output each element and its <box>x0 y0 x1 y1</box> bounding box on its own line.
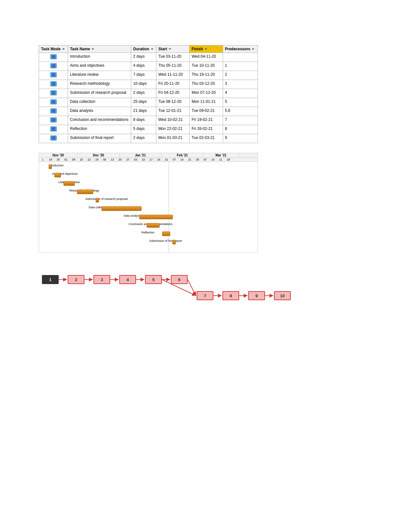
start-cell: Mon 01-03-21 <box>156 134 190 143</box>
month-cell: Dec '20 <box>78 153 120 157</box>
gantt-bar-row: introduction <box>39 163 258 170</box>
predecessors-cell <box>223 53 258 62</box>
predecessors-cell: 5,6 <box>223 107 258 116</box>
task-name-cell: Submission of research proposal <box>68 89 131 98</box>
task-name-cell: Aims and objectives <box>68 62 131 71</box>
finish-cell: Thu 03-12-20 <box>190 80 223 89</box>
network-node: 7 <box>197 291 213 300</box>
gantt-chart-inner: Nov '20Dec '20Jan '21Feb '21Mar '2111825… <box>39 153 258 252</box>
table-row: Submission of research proposal 2 days F… <box>39 89 258 98</box>
network-diagram: 12345678910 <box>39 265 297 317</box>
gantt-bar-row: Data analysis <box>39 213 258 221</box>
gantt-bar-row: Submission of final report <box>39 239 258 246</box>
task-mode-icon <box>50 63 57 68</box>
predecessors-header[interactable]: Predecessors <box>223 45 258 53</box>
gantt-bar <box>64 181 75 186</box>
table-row: Submission of final report 2 days Mon 01… <box>39 134 258 143</box>
finish-cell: Tue 09-02-21 <box>190 107 223 116</box>
task-mode-icon <box>50 54 57 59</box>
task-name-cell: Introduction <box>68 53 131 62</box>
start-cell: Thu 05-11-20 <box>156 62 190 71</box>
predecessors-cell: 1 <box>223 62 258 71</box>
start-cell: Tue 08-12-20 <box>156 98 190 107</box>
month-cell: Jan '21 <box>120 153 161 157</box>
table-row: Data analysis 21 days Tue 12-01-21 Tue 0… <box>39 107 258 116</box>
week-cell: 29 <box>93 158 101 162</box>
start-cell: Tue 03-11-20 <box>156 53 190 62</box>
gantt-bar-label: Data analysis <box>124 214 141 217</box>
task-mode-icon <box>50 90 57 95</box>
task-mode-icon <box>50 81 57 86</box>
task-mode-cell <box>39 98 68 107</box>
start-cell: Fri 04-12-20 <box>156 89 190 98</box>
start-header[interactable]: Start <box>156 45 190 53</box>
week-cell: 03 <box>132 158 140 162</box>
task-name-cell: Literature review <box>68 71 131 80</box>
finish-cell: Mon 07-12-20 <box>190 89 223 98</box>
task-name-cell: Reflection <box>68 125 131 134</box>
sort-arrow-predecessors <box>252 48 254 50</box>
gantt-bar-label: Submission of final report <box>149 239 182 242</box>
sort-arrow-duration <box>151 48 153 50</box>
table-row: Literature review 7 days Wed 11-11-20 Th… <box>39 71 258 80</box>
network-node: 4 <box>119 275 136 284</box>
timeline-weeks-row: 1182501081522290613202703101724310714212… <box>39 158 258 162</box>
network-node: 1 <box>42 275 59 284</box>
week-cell: 14 <box>178 158 186 162</box>
duration-cell: 5 days <box>131 125 156 134</box>
network-node: 5 <box>145 275 162 284</box>
task-name-header[interactable]: Task Name <box>68 45 131 53</box>
gantt-table: Task Mode Task Name Duration Start <box>39 45 258 143</box>
week-cell: 28 <box>225 158 232 162</box>
duration-cell: 8 days <box>131 116 156 125</box>
week-cell: 08 <box>70 158 78 162</box>
month-cell: Nov '20 <box>39 153 78 157</box>
duration-cell: 2 days <box>131 53 156 62</box>
task-mode-cell <box>39 134 68 143</box>
finish-cell: Fri 19-02-21 <box>190 116 223 125</box>
gantt-bar <box>139 215 173 219</box>
network-node: 3 <box>93 275 110 284</box>
finish-cell: Fri 26-02-21 <box>190 125 223 134</box>
task-mode-cell <box>39 116 68 125</box>
network-node: 9 <box>248 291 265 300</box>
task-mode-cell <box>39 71 68 80</box>
gantt-bar-row: Data collection <box>39 205 258 212</box>
week-cell: 25 <box>54 158 62 162</box>
week-cell: 22 <box>85 158 93 162</box>
finish-header[interactable]: Finish <box>190 45 223 53</box>
gantt-bar <box>172 240 176 244</box>
predecessors-cell: 2 <box>223 71 258 80</box>
network-node: 2 <box>68 275 84 284</box>
task-name-cell: Submission of final report <box>68 134 131 143</box>
week-cell: 10 <box>140 158 147 162</box>
gantt-bar-row: Research methodology <box>39 188 258 195</box>
predecessors-cell: 5 <box>223 98 258 107</box>
week-cell: 13 <box>109 158 116 162</box>
week-cell: 14 <box>209 158 217 162</box>
month-cell: Feb '21 <box>161 153 203 157</box>
table-row: Introduction 2 days Tue 03-11-20 Wed 04-… <box>39 53 258 62</box>
start-cell: Wed 11-11-20 <box>156 71 190 80</box>
sort-arrow-start <box>169 48 171 50</box>
week-cell: 28 <box>194 158 201 162</box>
duration-cell: 2 days <box>131 89 156 98</box>
gantt-bar <box>102 206 142 211</box>
task-name-cell: Research methodology <box>68 80 131 89</box>
gantt-bar <box>96 198 99 202</box>
task-mode-icon <box>50 72 57 77</box>
finish-cell: Mon 11-01-21 <box>190 98 223 107</box>
gantt-bar-row: Reflection <box>39 230 258 237</box>
finish-cell: Wed 04-11-20 <box>190 53 223 62</box>
duration-cell: 25 days <box>131 98 156 107</box>
week-cell: 24 <box>155 158 163 162</box>
task-mode-icon <box>50 117 57 123</box>
duration-header[interactable]: Duration <box>131 45 156 53</box>
month-cell: Mar '21 <box>203 153 239 157</box>
table-row: Data collection 25 days Tue 08-12-20 Mon… <box>39 98 258 107</box>
network-node: 10 <box>274 291 291 300</box>
task-name-cell: Conclusion and recommendations <box>68 116 131 125</box>
gantt-bar-row: Submission of research proposal <box>39 197 258 204</box>
week-cell: 21 <box>217 158 225 162</box>
task-mode-header[interactable]: Task Mode <box>39 45 68 53</box>
